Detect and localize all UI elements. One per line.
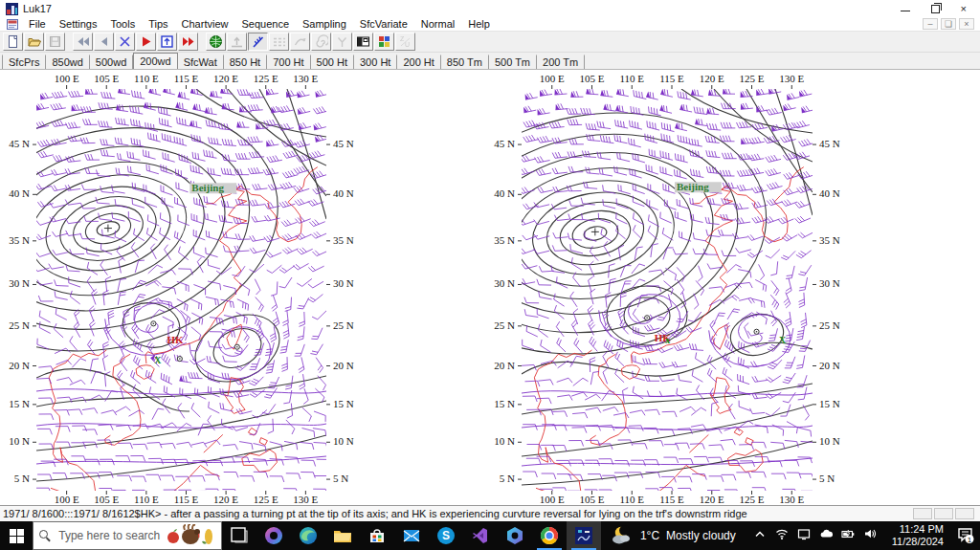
branch-button: [332, 33, 352, 51]
tab-850ht[interactable]: 850 Ht: [224, 55, 267, 69]
luk17-icon: [573, 525, 594, 546]
title-bar: Luk17 ×: [0, 0, 980, 17]
menu-tools[interactable]: Tools: [103, 18, 142, 30]
palette-button[interactable]: [374, 33, 394, 51]
taskbar-app-edge[interactable]: [291, 521, 325, 550]
tab-500tm[interactable]: 500 Tm: [489, 55, 537, 69]
lon-label: 110 E: [619, 494, 644, 505]
menu-sampling[interactable]: Sampling: [296, 18, 353, 30]
taskbar-app-task-view[interactable]: [222, 521, 256, 550]
tray-chevron-up-icon[interactable]: [753, 527, 767, 544]
wind-pennants: [523, 88, 806, 144]
lon-label: 105 E: [580, 73, 605, 84]
menu-chartview[interactable]: Chartview: [175, 18, 235, 30]
annotation-beijing: Beijing: [677, 181, 709, 192]
notification-center-button[interactable]: 1: [951, 527, 980, 544]
open-button[interactable]: [24, 33, 44, 51]
tray-volume-icon[interactable]: [863, 527, 877, 544]
globe-button[interactable]: [206, 33, 226, 51]
menu-sfcvariate[interactable]: SfcVariate: [353, 18, 414, 30]
minimize-button-icon[interactable]: [901, 6, 910, 11]
close-button-icon[interactable]: ×: [961, 4, 967, 14]
isolines-icon: [272, 34, 286, 49]
weather-widget[interactable]: 1°C Mostly cloudy: [601, 525, 746, 546]
clock-date: 11/28/2024: [892, 536, 944, 548]
window-layout-button[interactable]: [353, 33, 373, 51]
status-panes: [913, 508, 980, 519]
taskbar-app-visual-studio[interactable]: [463, 521, 498, 550]
child-restore-icon[interactable]: ❏: [941, 18, 956, 30]
lon-label: 100 E: [540, 494, 565, 505]
lat-label: 20 N: [494, 360, 515, 371]
tray-battery-icon[interactable]: [841, 527, 855, 544]
tray-wifi-icon[interactable]: [775, 527, 789, 544]
taskbar-app-mail[interactable]: [394, 521, 429, 550]
tray-onedrive-icon[interactable]: [819, 527, 833, 544]
lon-label: 120 E: [700, 494, 724, 505]
menu-tips[interactable]: Tips: [142, 18, 174, 30]
surface-button: [227, 33, 247, 51]
step-back-button[interactable]: [94, 33, 114, 51]
lon-label: 130 E: [779, 494, 804, 505]
taskbar-app-skype[interactable]: S: [429, 521, 463, 550]
lat-label: 10 N: [494, 435, 515, 447]
lon-label: 110 E: [134, 494, 159, 505]
fast-forward-button[interactable]: [178, 33, 198, 51]
tab-500ht[interactable]: 500 Ht: [311, 55, 354, 69]
right-map[interactable]: 100 E100 E105 E105 E110 E110 E115 E115 E…: [490, 70, 980, 506]
search-icon: [39, 530, 51, 541]
restore-button-icon[interactable]: [931, 5, 940, 13]
child-minimize-icon[interactable]: –: [923, 18, 938, 30]
lon-label: 125 E: [740, 494, 765, 505]
menu-normal[interactable]: Normal: [414, 18, 461, 30]
lat-label: 35 N: [333, 234, 354, 246]
menu-file[interactable]: File: [22, 18, 53, 30]
taskbar-app-copilot[interactable]: [256, 521, 291, 550]
wind-feather-button[interactable]: [248, 33, 268, 51]
tab-700ht[interactable]: 700 Ht: [267, 55, 310, 69]
menu-help[interactable]: Help: [461, 18, 497, 30]
toolbar: ZU: [0, 32, 980, 53]
taskbar-app-microsoft-store[interactable]: [360, 521, 394, 550]
tab-200wd[interactable]: 200wd: [133, 53, 177, 69]
start-button[interactable]: [0, 521, 33, 550]
clock[interactable]: 11:24 PM 11/28/2024: [884, 523, 951, 548]
play-button[interactable]: [136, 33, 156, 51]
tab-200ht[interactable]: 200 Ht: [397, 55, 440, 69]
tray-display-icon[interactable]: [797, 527, 811, 544]
tab-200tm[interactable]: 200 Tm: [537, 55, 585, 69]
lat-label: 35 N: [494, 234, 515, 246]
lon-label: 125 E: [254, 73, 278, 84]
search-box[interactable]: Type here to search: [33, 521, 222, 550]
taskbar-app-chrome[interactable]: [532, 521, 567, 550]
tab-sfcprs[interactable]: SfcPrs: [2, 55, 46, 69]
rewind-button[interactable]: [73, 33, 93, 51]
child-close-icon[interactable]: ×: [959, 18, 974, 30]
luk17-window: Luk17 × FileSettingsToolsTipsChartviewSe…: [0, 0, 980, 521]
menu-bar: FileSettingsToolsTipsChartviewSequenceSa…: [0, 17, 980, 32]
lon-label: 100 E: [55, 494, 79, 505]
left-map[interactable]: 100 E100 E105 E105 E110 E110 E115 E115 E…: [0, 70, 490, 506]
tab-300ht[interactable]: 300 Ht: [354, 55, 397, 69]
tab-500wd[interactable]: 500wd: [90, 55, 133, 69]
delete-button[interactable]: [115, 33, 135, 51]
menu-settings[interactable]: Settings: [53, 18, 104, 30]
taskbar-app-file-explorer[interactable]: [325, 521, 360, 550]
tab-850wd[interactable]: 850wd: [46, 55, 89, 69]
lon-label: 105 E: [580, 494, 605, 505]
lat-label: 10 N: [9, 435, 30, 447]
taskbar-app-dev-home[interactable]: [498, 521, 532, 550]
copilot-icon: [263, 525, 284, 546]
edge-icon: [298, 525, 319, 546]
fit-frame-button[interactable]: [157, 33, 177, 51]
tab-850tm[interactable]: 850 Tm: [441, 55, 489, 69]
menu-sequence[interactable]: Sequence: [234, 18, 296, 30]
delete-icon: [118, 34, 132, 49]
clock-time: 11:24 PM: [892, 523, 944, 536]
chart-area: 100 E100 E105 E105 E110 E110 E115 E115 E…: [0, 69, 980, 505]
lat-label: 10 N: [819, 435, 840, 447]
microsoft-store-icon: [367, 525, 388, 546]
new-button[interactable]: [3, 33, 23, 51]
tab-sfcwat[interactable]: SfcWat: [178, 55, 224, 69]
taskbar-app-luk17[interactable]: [567, 521, 601, 550]
